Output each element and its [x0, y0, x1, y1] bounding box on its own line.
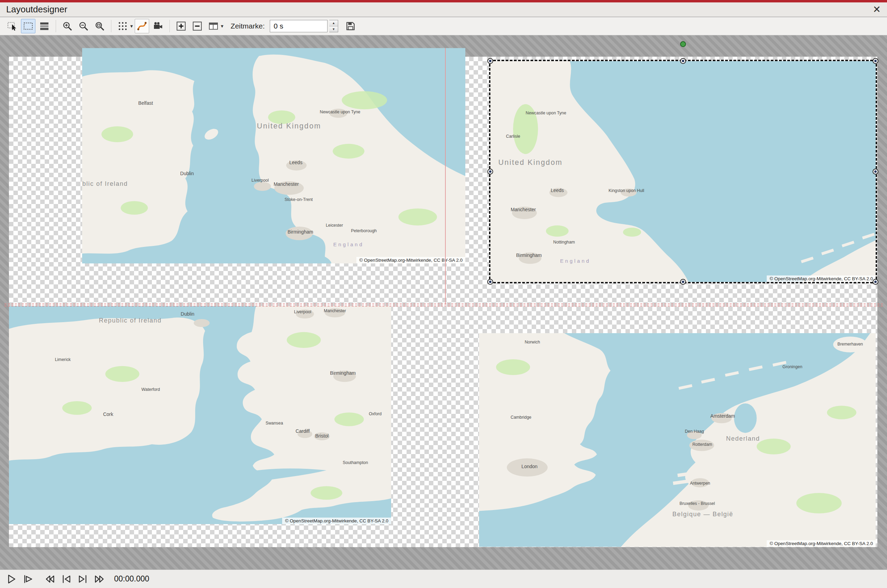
chevron-down-icon[interactable]: ▾ [130, 23, 133, 29]
map-label: Kingston upon Hull [609, 188, 644, 193]
table-rows-button[interactable] [37, 19, 51, 33]
osm-attribution: © OpenStreetMap.org-Mitwirkende, CC BY-S… [767, 540, 876, 547]
map-object-uk-north[interactable]: United Kingdom England Republic of Irela… [82, 48, 465, 263]
map-label: United Kingdom [257, 122, 321, 130]
map-label: Norwich [525, 340, 540, 345]
zoom-out-button[interactable] [76, 19, 91, 33]
zoom-fit-button[interactable] [92, 19, 107, 33]
selection-handle-se[interactable] [873, 279, 878, 285]
spinner-up-button[interactable]: ▲ [329, 20, 338, 26]
map-label: Den Haag [685, 429, 704, 434]
selection-handle-ne[interactable] [873, 58, 878, 64]
window-title: Layoutdesigner [6, 4, 68, 15]
rotation-handle[interactable] [680, 41, 686, 47]
map-label: Belgique — België [672, 511, 734, 518]
camera-pan-button[interactable] [151, 19, 165, 33]
camera-icon [153, 21, 164, 32]
chevron-down-icon[interactable]: ▾ [221, 23, 224, 29]
map-label: Southampton [343, 460, 368, 465]
select-arrow-icon [6, 21, 18, 32]
map-label: Cambridge [511, 415, 532, 420]
spinner-down-button[interactable]: ▼ [329, 26, 338, 32]
transport-bar: 00:00.000 [0, 570, 887, 588]
motion-path-button[interactable] [135, 19, 149, 33]
map-label: Groningen [783, 364, 803, 369]
map-label: London [521, 464, 538, 469]
go-to-start-button[interactable] [59, 572, 74, 586]
map-label: Birmingham [288, 229, 313, 235]
map-label: Carlisle [506, 134, 520, 139]
map-shapes [9, 306, 391, 524]
map-label: Leeds [550, 188, 564, 193]
minus-square-icon [192, 21, 203, 32]
map-svg: United Kingdom England Newcastle upon Ty… [490, 61, 876, 282]
osm-attribution: © OpenStreetMap.org-Mitwirkende, CC BY-S… [282, 518, 391, 524]
window-accent-stripe [0, 0, 887, 2]
canvas-area[interactable]: United Kingdom England Republic of Irela… [0, 35, 887, 570]
layoutdesigner-window: Layoutdesigner ✕ [0, 0, 887, 588]
selection-handle-e[interactable] [873, 169, 878, 174]
map-label: Oxford [369, 411, 382, 416]
map-label: Bremerhaven [837, 342, 863, 346]
map-object-ireland-wales[interactable]: Republic of Ireland Dublin Limerick Cork… [9, 306, 391, 524]
time-display: 00:00.000 [114, 574, 149, 584]
map-shapes [82, 48, 465, 263]
map-label: Amsterdam [710, 413, 735, 418]
close-button[interactable]: ✕ [873, 5, 881, 14]
toolbar: ▾ [0, 17, 887, 35]
osm-attribution: © OpenStreetMap.org-Mitwirkende, CC BY-S… [767, 276, 876, 282]
save-layout-button[interactable] [343, 19, 358, 33]
zeitmarke-input[interactable]: 0 s [270, 20, 328, 32]
map-label: Leeds [289, 160, 302, 165]
map-svg: Republic of Ireland Dublin Limerick Cork… [9, 306, 391, 524]
map-object-england-benelux[interactable]: London Cambridge Norwich Amsterdam Den H… [479, 333, 876, 547]
map-label: Birmingham [516, 252, 542, 258]
play-from-timemark-button[interactable] [21, 572, 35, 586]
map-label: Nottingham [553, 240, 575, 244]
grid-settings-button[interactable] [116, 19, 130, 33]
map-object-uk-east-coast[interactable]: United Kingdom England Newcastle upon Ty… [490, 61, 876, 282]
add-button[interactable] [174, 19, 188, 33]
selection-handle-w[interactable] [487, 169, 493, 174]
marquee-icon [23, 21, 34, 32]
zeitmarke-value: 0 s [274, 22, 283, 30]
select-tool-button[interactable] [5, 19, 19, 33]
selection-handle-s[interactable] [680, 279, 686, 285]
map-label: Liverpool [294, 309, 311, 314]
zoom-in-icon [62, 21, 73, 32]
marquee-select-tool-button[interactable] [21, 19, 35, 33]
map-label: Leicester [326, 223, 343, 228]
map-svg: United Kingdom England Republic of Irela… [82, 48, 465, 263]
rewind-icon [44, 573, 56, 585]
map-label: Republic of Ireland [82, 180, 128, 187]
map-label: Peterborough [351, 228, 377, 233]
play-icon [6, 573, 17, 585]
map-label: Cork [103, 411, 114, 417]
map-label: Bristol [315, 433, 329, 439]
map-label: Newcastle upon Tyne [526, 111, 566, 116]
map-label: Dublin [181, 311, 194, 316]
go-to-end-button[interactable] [76, 572, 90, 586]
zoom-in-button[interactable] [60, 19, 75, 33]
horizontal-guide [5, 304, 883, 304]
play-from-marker-icon [22, 573, 34, 585]
map-svg: London Cambridge Norwich Amsterdam Den H… [479, 333, 876, 547]
grid-icon [117, 21, 128, 32]
zoom-out-icon [78, 21, 89, 32]
zoom-fit-icon [94, 21, 105, 32]
rewind-button[interactable] [43, 572, 57, 586]
selection-handle-nw[interactable] [487, 58, 493, 64]
fast-forward-button[interactable] [92, 572, 107, 586]
map-label: Republic of Ireland [99, 317, 162, 324]
map-label: Birmingham [330, 370, 356, 376]
map-label: Rotterdam [693, 442, 713, 447]
remove-button[interactable] [190, 19, 204, 33]
map-label: Bruxelles - Brussel [680, 501, 715, 506]
layout-presets-button[interactable] [206, 19, 221, 33]
map-label: Newcastle upon Tyne [320, 110, 361, 114]
selection-handle-sw[interactable] [487, 279, 493, 285]
play-button[interactable] [4, 572, 18, 586]
selection-handle-n[interactable] [680, 58, 686, 64]
map-label: Swansea [266, 421, 283, 426]
title-bar[interactable]: Layoutdesigner ✕ [0, 2, 887, 17]
